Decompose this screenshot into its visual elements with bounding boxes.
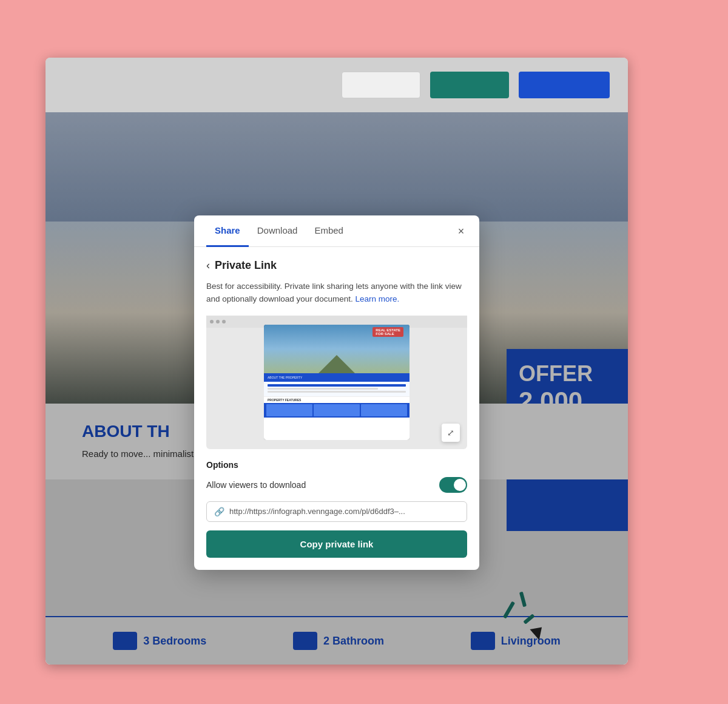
toggle-knob [454, 479, 466, 491]
close-button[interactable]: × [453, 223, 470, 240]
document-thumbnail: REAL ESTATEFOR SALE ABOUT THE PROPERTY [264, 325, 410, 440]
link-icon: 🔗 [214, 507, 224, 516]
back-navigation: ‹ Private Link [206, 259, 467, 272]
url-value[interactable]: http://https://infograph.venngage.com/pl… [229, 507, 459, 516]
green-toolbar-button[interactable] [430, 72, 509, 98]
blue-toolbar-button[interactable] [519, 72, 610, 98]
chrome-dot-3 [222, 320, 226, 323]
chrome-dot-2 [216, 320, 220, 323]
modal-description: Best for accessibility. Private link sha… [206, 280, 467, 306]
options-label: Options [206, 460, 467, 470]
allow-download-option: Allow viewers to download [206, 477, 467, 493]
toolbar [46, 58, 628, 112]
allow-download-toggle[interactable] [439, 477, 467, 493]
mouse-cursor [530, 627, 544, 641]
tab-share[interactable]: Share [206, 215, 249, 247]
modal-overlay: Share Download Embed × ‹ Private Link Be… [46, 112, 628, 665]
content-area: OFFER 2,000 TH ABOUT TH Ready to move...… [46, 112, 628, 665]
allow-download-label: Allow viewers to download [206, 480, 306, 490]
learn-more-link[interactable]: Learn more. [355, 294, 399, 303]
modal-tabs: Share Download Embed × [194, 215, 479, 247]
chrome-dot-1 [210, 320, 214, 323]
tab-download[interactable]: Download [249, 215, 306, 247]
url-input-container: 🔗 http://https://infograph.venngage.com/… [206, 501, 467, 522]
modal-title: Private Link [215, 259, 277, 272]
doc-preview-content: REAL ESTATEFOR SALE ABOUT THE PROPERTY [264, 325, 410, 440]
back-arrow-icon[interactable]: ‹ [206, 259, 210, 272]
share-modal: Share Download Embed × ‹ Private Link Be… [194, 215, 479, 570]
expand-preview-button[interactable]: ⤢ [442, 424, 460, 442]
tab-embed[interactable]: Embed [306, 215, 352, 247]
description-text: Best for accessibility. Private link sha… [206, 282, 462, 303]
document-preview-area: REAL ESTATEFOR SALE ABOUT THE PROPERTY [206, 316, 467, 449]
modal-body: ‹ Private Link Best for accessibility. P… [194, 247, 479, 570]
app-window: OFFER 2,000 TH ABOUT TH Ready to move...… [46, 58, 628, 665]
copy-link-button[interactable]: Copy private link [206, 530, 467, 558]
search-button[interactable] [342, 72, 420, 98]
